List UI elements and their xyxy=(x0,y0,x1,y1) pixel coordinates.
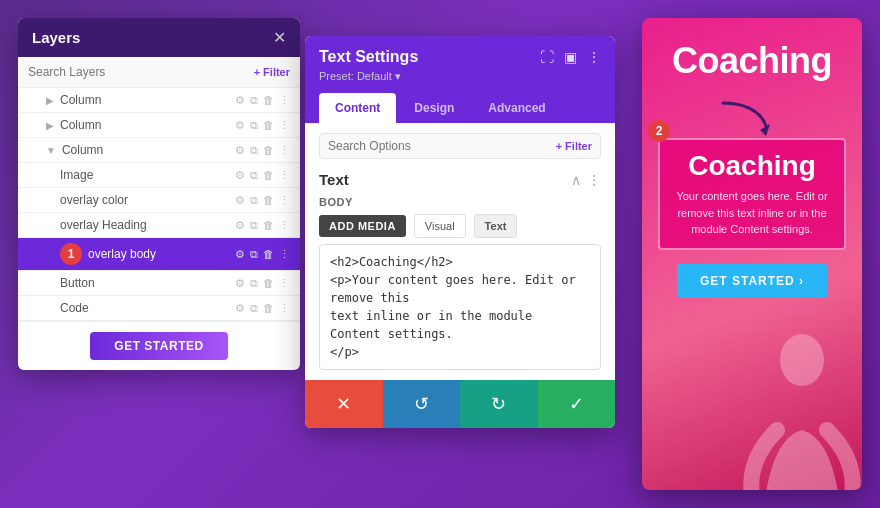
ts-search-bar: + Filter xyxy=(319,133,601,159)
more-icon[interactable]: ⋮ xyxy=(279,194,290,207)
layer-row[interactable]: ▶ Column ⚙ ⧉ 🗑 ⋮ xyxy=(18,113,300,138)
copy-icon[interactable]: ⧉ xyxy=(250,302,258,315)
ts-filter-button[interactable]: + Filter xyxy=(556,140,592,152)
text-settings-title: Text Settings xyxy=(319,48,418,66)
more-icon[interactable]: ⋮ xyxy=(587,172,601,188)
layer-row[interactable]: Code ⚙ ⧉ 🗑 ⋮ xyxy=(18,296,300,321)
delete-icon[interactable]: 🗑 xyxy=(263,119,274,131)
add-media-button[interactable]: ADD MEDIA xyxy=(319,215,406,237)
settings-icon[interactable]: ⚙ xyxy=(235,219,245,232)
layer-row[interactable]: ▶ Column ⚙ ⧉ 🗑 ⋮ xyxy=(18,88,300,113)
delete-icon[interactable]: 🗑 xyxy=(263,94,274,106)
copy-icon[interactable]: ⧉ xyxy=(250,194,258,207)
cancel-button[interactable]: ✕ xyxy=(305,380,383,428)
layer-name: Code xyxy=(60,301,235,315)
chevron-down-icon: ▼ xyxy=(46,145,56,156)
delete-icon[interactable]: 🗑 xyxy=(263,277,274,289)
layers-search-input[interactable] xyxy=(28,65,254,79)
settings-icon[interactable]: ⚙ xyxy=(235,277,245,290)
redo-button[interactable]: ↻ xyxy=(460,380,538,428)
copy-icon[interactable]: ⧉ xyxy=(250,94,258,107)
more-icon[interactable]: ⋮ xyxy=(279,248,290,261)
layer-row-active[interactable]: 1 overlay body ⚙ ⧉ 🗑 ⋮ xyxy=(18,238,300,271)
layers-panel: Layers ✕ + Filter ▶ Column ⚙ ⧉ 🗑 ⋮ ▶ Col… xyxy=(18,18,300,370)
svg-point-1 xyxy=(780,334,824,386)
more-icon[interactable]: ⋮ xyxy=(279,277,290,290)
more-icon[interactable]: ⋮ xyxy=(279,302,290,315)
layers-header: Layers ✕ xyxy=(18,18,300,57)
close-icon[interactable]: ✕ xyxy=(273,28,286,47)
ts-search-input[interactable] xyxy=(328,139,556,153)
visual-view-button[interactable]: Visual xyxy=(414,214,466,238)
layer-name: Column xyxy=(62,143,235,157)
delete-icon[interactable]: 🗑 xyxy=(263,248,274,260)
preview-body-text: Your content goes here. Edit or remove t… xyxy=(674,188,830,238)
layer-icons: ⚙ ⧉ 🗑 ⋮ xyxy=(235,119,290,132)
ts-header-top: Text Settings ⛶ ▣ ⋮ xyxy=(319,48,601,66)
layer-icons: ⚙ ⧉ 🗑 ⋮ xyxy=(235,194,290,207)
layer-name: Image xyxy=(60,168,235,182)
layer-row[interactable]: ▼ Column ⚙ ⧉ 🗑 ⋮ xyxy=(18,138,300,163)
preview-panel: Coaching 2 Coaching Your content goes he… xyxy=(642,18,862,490)
copy-icon[interactable]: ⧉ xyxy=(250,248,258,261)
fullscreen-icon[interactable]: ⛶ xyxy=(540,49,554,65)
layer-row[interactable]: Image ⚙ ⧉ 🗑 ⋮ xyxy=(18,163,300,188)
layer-name: overlay body xyxy=(88,247,235,261)
copy-icon[interactable]: ⧉ xyxy=(250,119,258,132)
ts-section-title: Text xyxy=(319,171,349,188)
ts-tabs: Content Design Advanced xyxy=(319,93,601,123)
layers-filter-button[interactable]: + Filter xyxy=(254,66,290,78)
chevron-right-icon: ▶ xyxy=(46,120,54,131)
text-view-button[interactable]: Text xyxy=(474,214,518,238)
tab-advanced[interactable]: Advanced xyxy=(472,93,561,123)
layer-name: Button xyxy=(60,276,235,290)
settings-icon[interactable]: ⚙ xyxy=(235,169,245,182)
more-icon[interactable]: ⋮ xyxy=(279,119,290,132)
confirm-button[interactable]: ✓ xyxy=(538,380,616,428)
layer-name: Column xyxy=(60,118,235,132)
delete-icon[interactable]: 🗑 xyxy=(263,144,274,156)
layer-name: overlay Heading xyxy=(60,218,235,232)
undo-button[interactable]: ↺ xyxy=(383,380,461,428)
copy-icon[interactable]: ⧉ xyxy=(250,169,258,182)
settings-icon[interactable]: ⚙ xyxy=(235,94,245,107)
layer-icons: ⚙ ⧉ 🗑 ⋮ xyxy=(235,248,290,261)
copy-icon[interactable]: ⧉ xyxy=(250,219,258,232)
split-icon[interactable]: ▣ xyxy=(564,49,577,65)
tab-content[interactable]: Content xyxy=(319,93,396,123)
get-started-button[interactable]: GET STARTED xyxy=(90,332,227,360)
collapse-icon[interactable]: ∧ xyxy=(571,172,581,188)
layer-row[interactable]: overlay Heading ⚙ ⧉ 🗑 ⋮ xyxy=(18,213,300,238)
settings-icon[interactable]: ⚙ xyxy=(235,119,245,132)
more-icon[interactable]: ⋮ xyxy=(279,144,290,157)
layers-body: ▶ Column ⚙ ⧉ 🗑 ⋮ ▶ Column ⚙ ⧉ 🗑 ⋮ ▼ Colu… xyxy=(18,88,300,321)
layer-row[interactable]: overlay color ⚙ ⧉ 🗑 ⋮ xyxy=(18,188,300,213)
settings-icon[interactable]: ⚙ xyxy=(235,194,245,207)
copy-icon[interactable]: ⧉ xyxy=(250,277,258,290)
copy-icon[interactable]: ⧉ xyxy=(250,144,258,157)
delete-icon[interactable]: 🗑 xyxy=(263,219,274,231)
more-icon[interactable]: ⋮ xyxy=(279,94,290,107)
chevron-right-icon: ▶ xyxy=(46,95,54,106)
ts-preset: Preset: Default ▾ xyxy=(319,70,601,83)
more-icon[interactable]: ⋮ xyxy=(587,49,601,65)
tab-design[interactable]: Design xyxy=(398,93,470,123)
layer-row[interactable]: Button ⚙ ⧉ 🗑 ⋮ xyxy=(18,271,300,296)
ts-body: + Filter Text ∧ ⋮ Body ADD MEDIA Visual … xyxy=(305,123,615,380)
ts-code-editor[interactable]: <h2>Coaching</h2> <p>Your content goes h… xyxy=(319,244,601,370)
text-settings-header: Text Settings ⛶ ▣ ⋮ Preset: Default ▾ Co… xyxy=(305,36,615,123)
delete-icon[interactable]: 🗑 xyxy=(263,194,274,206)
ts-header-icons: ⛶ ▣ ⋮ xyxy=(540,49,601,65)
more-icon[interactable]: ⋮ xyxy=(279,219,290,232)
settings-icon[interactable]: ⚙ xyxy=(235,144,245,157)
settings-icon[interactable]: ⚙ xyxy=(235,248,245,261)
ts-footer: ✕ ↺ ↻ ✓ xyxy=(305,380,615,428)
text-settings-panel: Text Settings ⛶ ▣ ⋮ Preset: Default ▾ Co… xyxy=(305,36,615,428)
delete-icon[interactable]: 🗑 xyxy=(263,169,274,181)
layers-title: Layers xyxy=(32,29,80,46)
settings-icon[interactable]: ⚙ xyxy=(235,302,245,315)
more-icon[interactable]: ⋮ xyxy=(279,169,290,182)
delete-icon[interactable]: 🗑 xyxy=(263,302,274,314)
preview-cta-button[interactable]: GET STARTED › xyxy=(677,264,827,298)
layer-icons: ⚙ ⧉ 🗑 ⋮ xyxy=(235,277,290,290)
